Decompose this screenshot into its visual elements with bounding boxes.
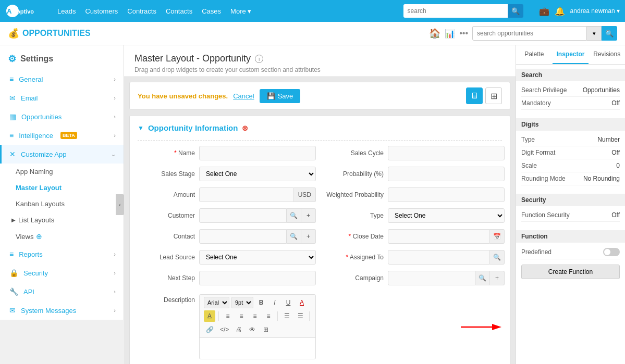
campaign-search-button[interactable]: 🔍: [475, 271, 490, 285]
sidebar-item-opportunities[interactable]: ▦Opportunities ›: [0, 107, 124, 126]
opp-search-dropdown[interactable]: ▾: [587, 26, 602, 41]
bullet-list-button[interactable]: ☰: [281, 310, 292, 322]
customer-input[interactable]: [199, 208, 287, 223]
desktop-view-button[interactable]: 🖥: [466, 87, 483, 104]
global-search-button[interactable]: 🔍: [508, 4, 523, 18]
sidebar-item-master-layout[interactable]: Master Layout: [0, 180, 124, 196]
panel-security-section: Security Function Security Off: [516, 190, 625, 226]
align-left-button[interactable]: ≡: [222, 310, 234, 322]
sidebar-item-email[interactable]: ✉Email ›: [0, 89, 124, 107]
plus-icon[interactable]: ⊕: [36, 232, 42, 241]
print-button[interactable]: 🖨: [233, 324, 244, 335]
code-button[interactable]: </>: [218, 324, 231, 335]
sidebar-item-general[interactable]: ≡General ›: [0, 70, 124, 89]
function-security-label: Function Security: [521, 211, 570, 219]
alerts-icon[interactable]: 🔔: [555, 6, 565, 16]
nav-leads[interactable]: Leads: [57, 7, 76, 15]
cancel-link[interactable]: Cancel: [233, 92, 254, 100]
font-color-button[interactable]: A: [296, 297, 308, 308]
sidebar-item-list-layouts[interactable]: ▶ List Layouts: [0, 212, 124, 228]
nav-contracts[interactable]: Contracts: [127, 7, 156, 15]
sidebar-item-customize-app[interactable]: ✕Customize App ⌄: [0, 145, 124, 164]
global-search-input[interactable]: [403, 4, 508, 18]
link-button[interactable]: 🔗: [204, 324, 216, 335]
italic-button[interactable]: I: [269, 297, 280, 308]
name-input[interactable]: [199, 146, 316, 160]
sidebar-item-views[interactable]: Views ⊕: [0, 228, 124, 245]
customer-add-button[interactable]: +: [301, 208, 316, 223]
more-options-icon[interactable]: •••: [459, 29, 468, 38]
nav-more[interactable]: More ▾: [230, 7, 251, 15]
security-icon: 🔒: [9, 269, 18, 277]
tab-inspector[interactable]: Inspector: [553, 45, 589, 64]
section-chevron-icon[interactable]: ▼: [138, 124, 144, 132]
assigned-to-search-button[interactable]: 🔍: [490, 250, 505, 265]
contact-input[interactable]: [199, 229, 287, 244]
highlight-button[interactable]: A: [204, 310, 215, 322]
lead-source-select[interactable]: Select One: [199, 250, 316, 265]
numbered-list-button[interactable]: ☰: [295, 310, 306, 322]
chart-icon[interactable]: 📊: [445, 29, 455, 39]
campaign-add-button[interactable]: +: [490, 271, 505, 285]
user-menu[interactable]: andrea newman ▾: [570, 7, 620, 15]
panel-tabs: Palette Inspector Revisions: [516, 45, 625, 65]
sidebar-item-system-messages[interactable]: ✉System Messages ›: [0, 301, 124, 320]
save-button[interactable]: 💾 Save: [260, 89, 301, 103]
description-content[interactable]: [200, 338, 315, 359]
customer-search-button[interactable]: 🔍: [287, 208, 301, 223]
info-icon[interactable]: i: [255, 55, 263, 63]
section-close-button[interactable]: ⊗: [242, 124, 248, 132]
underline-button[interactable]: U: [283, 297, 294, 308]
nav-cases[interactable]: Cases: [202, 7, 221, 15]
font-size-select[interactable]: 9pt: [231, 297, 253, 308]
tab-palette[interactable]: Palette: [516, 45, 553, 64]
align-right-button[interactable]: ≡: [249, 310, 261, 322]
contact-add-button[interactable]: +: [301, 229, 316, 244]
customize-icon: ✕: [9, 150, 16, 158]
sidebar-item-api[interactable]: 🔧API ›: [0, 282, 124, 301]
campaign-input[interactable]: [388, 271, 475, 285]
assigned-to-input[interactable]: [388, 250, 490, 265]
close-date-input[interactable]: [388, 229, 490, 244]
preview-button[interactable]: 👁: [247, 324, 258, 335]
opp-title: 💰 OPPORTUNITIES: [8, 28, 91, 39]
type-select[interactable]: Select One: [388, 208, 505, 223]
sidebar-item-intelligence[interactable]: ≡ Intelligence BETA ›: [0, 126, 124, 145]
tablet-view-button[interactable]: ⊞: [485, 87, 502, 104]
amount-label: Amount: [138, 191, 195, 198]
sidebar-item-reports[interactable]: ≡Reports ›: [0, 245, 124, 263]
sidebar-item-app-naming[interactable]: App Naming: [0, 164, 124, 180]
bold-button[interactable]: B: [255, 297, 267, 308]
predefined-toggle[interactable]: [603, 248, 620, 256]
opp-search-button[interactable]: 🔍: [602, 26, 617, 41]
mandatory-label: Mandatory: [521, 99, 551, 107]
font-family-select[interactable]: Arial: [204, 297, 229, 308]
opp-search: ▾ 🔍: [472, 26, 617, 41]
amount-group: USD: [199, 187, 316, 202]
form-row-weighted-probability: Weighted Probability: [326, 187, 505, 202]
opp-search-input[interactable]: [472, 26, 587, 41]
sidebar-item-kanban-layouts[interactable]: Kanban Layouts: [0, 196, 124, 212]
sidebar-item-security[interactable]: 🔒Security ›: [0, 263, 124, 282]
user-area: 💼 🔔 andrea newman ▾: [539, 6, 620, 16]
amount-input[interactable]: [199, 187, 294, 202]
create-function-button[interactable]: Create Function: [521, 265, 620, 279]
notifications-icon[interactable]: 💼: [539, 6, 549, 16]
align-center-button[interactable]: ≡: [236, 310, 247, 322]
content-header: Master Layout - Opportunity i Drag and d…: [124, 45, 516, 77]
weighted-probability-input[interactable]: [388, 187, 505, 202]
align-justify-button[interactable]: ≡: [263, 310, 274, 322]
toolbar-separator2: [277, 311, 278, 321]
table-button[interactable]: ⊞: [260, 324, 272, 335]
home-icon[interactable]: 🏠: [429, 28, 440, 39]
close-date-calendar-button[interactable]: 📅: [490, 229, 505, 244]
sales-stage-select[interactable]: Select One: [199, 167, 316, 181]
next-step-input[interactable]: [199, 271, 316, 285]
contact-search-button[interactable]: 🔍: [287, 229, 301, 244]
sales-cycle-input[interactable]: [388, 146, 505, 160]
nav-contacts[interactable]: Contacts: [166, 7, 192, 15]
sidebar-collapse-button[interactable]: ‹: [116, 194, 124, 215]
nav-customers[interactable]: Customers: [85, 7, 118, 15]
tab-revisions[interactable]: Revisions: [589, 45, 625, 64]
probability-input[interactable]: [388, 167, 505, 181]
